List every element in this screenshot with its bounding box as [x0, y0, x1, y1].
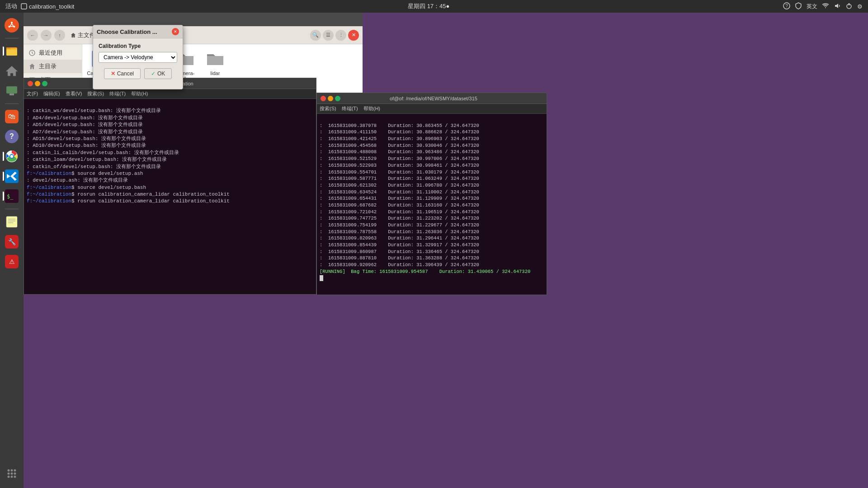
terminal-1-content[interactable]: : catkin_ws/devel/setup.bash: 没有那个文件或目录 … [24, 99, 316, 294]
chrome-active-indicator [3, 152, 4, 161]
software-icon: 🛍 [5, 110, 19, 123]
fm-list-view-button[interactable]: ☰ [323, 30, 334, 41]
svg-point-32 [14, 476, 16, 478]
term1-prompt3: f:~/calibration [27, 192, 71, 197]
dialog-cancel-button[interactable]: ✕ Cancel [104, 68, 141, 79]
terminal-1: of@of: ~/calibration 文(F) 编辑(E) 查看(V) 搜索… [24, 78, 316, 295]
t2-line3: : 1615831009.421425 Duration: 30.896903 … [320, 136, 479, 141]
terminal-2-close[interactable] [321, 96, 326, 101]
calibration-type-label: Calibration Type [99, 43, 177, 49]
wifi-icon[interactable] [822, 2, 829, 11]
fm-sidebar-home[interactable]: 主目录 [24, 60, 82, 73]
terminal-2-menu-terminal[interactable]: 终端(T) [342, 105, 358, 112]
terminal-2-cursor [320, 275, 323, 281]
dock-item-terminal[interactable]: $_ [3, 187, 21, 205]
term1-line7: : catkin_li_calib/devel/setup.bash: 没有那个… [27, 150, 179, 155]
settings-icon[interactable]: ⚙ [857, 3, 863, 10]
fm-parent-button[interactable]: ↑ [54, 30, 65, 41]
terminal-2-menu-help[interactable]: 帮助(H) [363, 105, 380, 112]
power-icon[interactable] [845, 2, 853, 11]
terminal-2-maximize[interactable] [335, 96, 340, 101]
dock-item-files[interactable] [3, 42, 21, 60]
window-icon [21, 3, 27, 9]
t2-line9: : 1615831009.587771 Duration: 31.063249 … [320, 176, 479, 181]
terminal-2-minimize[interactable] [328, 96, 333, 101]
dock-separator-3 [5, 209, 19, 209]
fm-sidebar-recent[interactable]: 最近使用 [24, 46, 82, 60]
terminal-1-menu-terminal[interactable]: 终端(T) [109, 90, 126, 97]
terminal-1-menu-view[interactable]: 查看(V) [66, 90, 82, 97]
dock-item-ubuntu[interactable] [3, 16, 21, 34]
t2-line14: : 1615831009.721042 Duration: 31.196519 … [320, 209, 479, 215]
dock-item-notes[interactable] [3, 213, 21, 231]
terminal-1-menu-file[interactable]: 文(F) [27, 90, 38, 97]
fm-search-button[interactable]: 🔍 [310, 30, 321, 41]
svg-point-29 [14, 473, 16, 475]
datetime-label: 星期四 17：45● [408, 2, 449, 10]
terminal-icon: $_ [5, 189, 19, 203]
terminal-1-menu-search[interactable]: 搜索(S) [87, 90, 104, 97]
calibration-type-select[interactable]: Camera -> Velodyne [99, 52, 177, 63]
dock-item-desktop[interactable] [3, 82, 21, 100]
ok-check-icon: ✓ [151, 70, 156, 77]
terminal-1-maximize[interactable] [42, 81, 47, 86]
t2-line16: : 1615831009.754199 Duration: 31.229677 … [320, 222, 479, 228]
dock-item-app2[interactable]: ⚠ [3, 253, 21, 271]
files-icon [5, 44, 19, 58]
dock-item-chrome[interactable] [3, 147, 21, 165]
term1-prompt1: f:~/calibration [27, 171, 71, 176]
help-icon[interactable]: ? [783, 2, 790, 11]
terminal-2-titlebar: of@of: /media/of/NEWSMY/dataset/315 [317, 93, 547, 104]
t2-line19: : 1615831009.854439 Duration: 31.329917 … [320, 242, 479, 248]
fm-menu-button[interactable]: ⋮ [335, 30, 346, 41]
lang-label[interactable]: 英文 [807, 3, 817, 10]
term1-line5: : AD15/devel/setup.bash: 没有那个文件或目录 [27, 136, 146, 141]
dock-item-home[interactable] [3, 62, 21, 80]
term1-prompt2: f:~/calibration [27, 185, 71, 190]
volume-icon[interactable] [834, 2, 841, 11]
dock-item-software[interactable]: 🛍 [3, 108, 21, 126]
window-indicator: calibration_toolkit [21, 3, 74, 10]
dock-item-app1[interactable]: 🔧 [3, 233, 21, 251]
dock-separator-2 [5, 103, 19, 104]
dialog-ok-button[interactable]: ✓ OK [144, 68, 172, 79]
ubuntu-logo [5, 18, 19, 33]
svg-rect-11 [6, 86, 17, 94]
svg-point-27 [8, 473, 10, 475]
home-icon [5, 64, 19, 78]
shield-icon [795, 2, 802, 11]
dock-item-vscode[interactable] [3, 167, 21, 185]
svg-point-16 [10, 155, 13, 158]
term1-line8: : catkin_loam/devel/setup.bash: 没有那个文件或目… [27, 157, 167, 162]
fm-forward-button[interactable]: → [41, 30, 52, 41]
terminal-2-content[interactable]: : 1615831009.387978 Duration: 30.863455 … [317, 114, 547, 295]
app-grid-button[interactable] [3, 465, 21, 483]
terminal-1-menu-edit[interactable]: 编辑(E) [43, 90, 60, 97]
terminal-2-menu-search[interactable]: 搜索(S) [320, 105, 336, 112]
chrome-icon [5, 150, 19, 163]
t2-line18: : 1615831009.820963 Duration: 31.296441 … [320, 235, 479, 241]
term1-line10: : devel/setup.ash: 没有那个文件或目录 [27, 178, 128, 183]
dialog-close-button[interactable]: ✕ [172, 28, 179, 35]
home-small-icon [71, 33, 76, 38]
vscode-active-indicator [3, 172, 4, 181]
taskbar-right: ? 英文 ⚙ [783, 2, 863, 11]
term1-line3: : AD5/devel/setup.bash: 没有那个文件或目录 [27, 122, 143, 127]
term1-cmd2: $ source devel/setup.bash [71, 185, 146, 190]
fm-back-button[interactable]: ← [27, 30, 38, 41]
svg-point-24 [8, 469, 10, 472]
dock-item-help[interactable]: ? [3, 127, 21, 145]
term1-cmd3: $ rosrun calibration_camera_lidar calibr… [71, 192, 230, 197]
t2-line2: : 1615831009.411150 Duration: 30.886628 … [320, 129, 479, 135]
t2-line13: : 1615831009.687682 Duration: 31.163160 … [320, 202, 479, 208]
fm-sidebar-home-label: 主目录 [39, 62, 57, 70]
terminal-1-minimize[interactable] [35, 81, 40, 86]
terminal-1-close[interactable] [28, 81, 33, 86]
svg-point-25 [11, 469, 13, 472]
fm-close-button[interactable]: ✕ [348, 30, 359, 41]
activities-label[interactable]: 活动 [5, 2, 17, 10]
term1-line2: : AD4/devel/setup.bash: 没有那个文件或目录 [27, 115, 143, 121]
terminal-1-menu-help[interactable]: 帮助(H) [131, 90, 148, 97]
t2-line7: : 1615831009.522983 Duration: 30.998461 … [320, 163, 479, 168]
svg-text:$_: $_ [7, 193, 14, 200]
